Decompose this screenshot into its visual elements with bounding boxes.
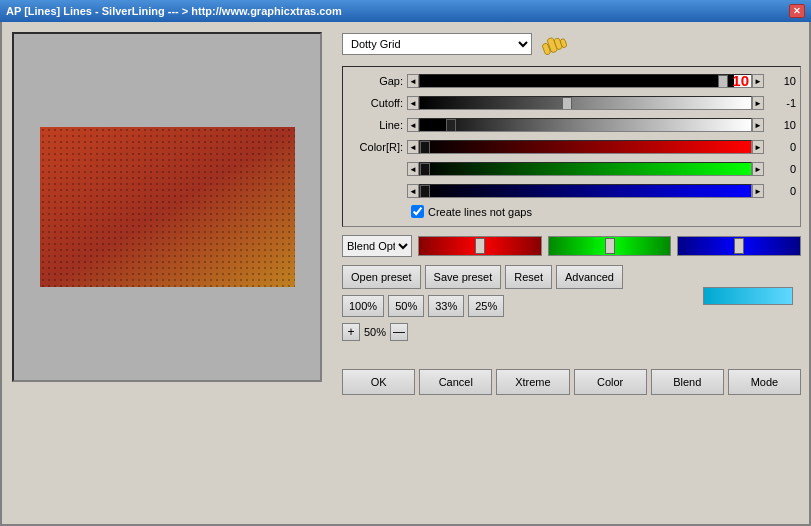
colorG-slider-track[interactable] — [419, 162, 752, 176]
gap-arrow-right[interactable]: ► — [752, 74, 764, 88]
colorR-value: 0 — [764, 141, 796, 153]
gap-row: Gap: ◄ 10 ► 10 — [347, 71, 796, 91]
create-lines-checkbox[interactable] — [411, 205, 424, 218]
colorR-slider-container — [419, 138, 752, 156]
blend-select[interactable]: Blend Opti Normal Multiply — [342, 235, 412, 257]
color-button[interactable]: Color — [574, 369, 647, 395]
blend-button[interactable]: Blend — [651, 369, 724, 395]
blend-blue-thumb[interactable] — [734, 238, 744, 254]
bottom-button-row: OK Cancel Xtreme Color Blend Mode — [342, 369, 801, 395]
blend-row: Blend Opti Normal Multiply — [342, 235, 801, 257]
colorB-value: 0 — [764, 185, 796, 197]
line-row: Line: ◄ ► 10 — [347, 115, 796, 135]
zoom-row: + 50% — — [342, 323, 801, 341]
preview-area — [12, 32, 322, 382]
colorR-arrow-left[interactable]: ◄ — [407, 140, 419, 154]
gap-slider-thumb[interactable] — [718, 75, 728, 88]
blend-green-slider[interactable] — [548, 236, 672, 256]
preset-row: Dotty Grid Default Custom — [342, 30, 801, 58]
line-value: 10 — [764, 119, 796, 131]
colorB-arrow-right[interactable]: ► — [752, 184, 764, 198]
color-preview-bar — [703, 287, 793, 305]
preset-select[interactable]: Dotty Grid Default Custom — [342, 33, 532, 55]
gap-slider-container: 10 — [419, 72, 752, 90]
title-text: AP [Lines] Lines - SilverLining --- > ht… — [6, 5, 342, 17]
gap-value-overlay: 10 — [732, 74, 749, 88]
line-arrow-left[interactable]: ◄ — [407, 118, 419, 132]
hand-icon — [536, 30, 568, 58]
line-label: Line: — [347, 119, 407, 131]
cutoff-arrow-right[interactable]: ► — [752, 96, 764, 110]
mode-button[interactable]: Mode — [728, 369, 801, 395]
percent-25-button[interactable]: 25% — [468, 295, 504, 317]
zoom-plus-button[interactable]: + — [342, 323, 360, 341]
open-preset-button[interactable]: Open preset — [342, 265, 421, 289]
zoom-minus-button[interactable]: — — [390, 323, 408, 341]
params-area: Gap: ◄ 10 ► 10 Cutoff: ◄ — [342, 66, 801, 227]
blend-red-thumb[interactable] — [475, 238, 485, 254]
line-slider-thumb[interactable] — [446, 119, 456, 132]
cutoff-label: Cutoff: — [347, 97, 407, 109]
cancel-button[interactable]: Cancel — [419, 369, 492, 395]
xtreme-button[interactable]: Xtreme — [496, 369, 569, 395]
blend-red-slider[interactable] — [418, 236, 542, 256]
preview-canvas — [40, 127, 295, 287]
close-button[interactable]: ✕ — [789, 4, 805, 18]
colorG-slider-container — [419, 160, 752, 178]
colorB-slider-container — [419, 182, 752, 200]
advanced-button[interactable]: Advanced — [556, 265, 623, 289]
cutoff-slider-thumb[interactable] — [562, 97, 572, 110]
line-slider-track[interactable] — [419, 118, 752, 132]
colorB-slider-thumb[interactable] — [420, 185, 430, 198]
colorB-slider-track[interactable] — [419, 184, 752, 198]
percent-100-button[interactable]: 100% — [342, 295, 384, 317]
preview-image — [40, 127, 295, 287]
right-panel: Dotty Grid Default Custom Gap: ◄ — [342, 30, 801, 401]
cutoff-arrow-left[interactable]: ◄ — [407, 96, 419, 110]
colorR-slider-track[interactable] — [419, 140, 752, 154]
cutoff-row: Cutoff: ◄ ► -1 — [347, 93, 796, 113]
checkbox-label: Create lines not gaps — [428, 206, 532, 218]
gap-label: Gap: — [347, 75, 407, 87]
percent-33-button[interactable]: 33% — [428, 295, 464, 317]
checkbox-row: Create lines not gaps — [411, 205, 796, 218]
colorR-label: Color[R]: — [347, 141, 407, 153]
gap-slider-track[interactable]: 10 — [419, 74, 752, 88]
cutoff-slider-track[interactable] — [419, 96, 752, 110]
percent-50-button[interactable]: 50% — [388, 295, 424, 317]
zoom-value: 50% — [364, 326, 386, 338]
main-window: Dotty Grid Default Custom Gap: ◄ — [0, 22, 811, 526]
colorR-arrow-right[interactable]: ► — [752, 140, 764, 154]
colorB-row: ◄ ► 0 — [347, 181, 796, 201]
line-arrow-right[interactable]: ► — [752, 118, 764, 132]
colorR-row: Color[R]: ◄ ► 0 — [347, 137, 796, 157]
colorB-arrow-left[interactable]: ◄ — [407, 184, 419, 198]
colorR-slider-thumb[interactable] — [420, 141, 430, 154]
title-bar: AP [Lines] Lines - SilverLining --- > ht… — [0, 0, 811, 22]
blend-green-thumb[interactable] — [605, 238, 615, 254]
preset-button-row: Open preset Save preset Reset Advanced — [342, 265, 801, 289]
blend-blue-slider[interactable] — [677, 236, 801, 256]
colorG-arrow-right[interactable]: ► — [752, 162, 764, 176]
colorG-row: ◄ ► 0 — [347, 159, 796, 179]
svg-rect-2 — [40, 127, 295, 287]
ok-button[interactable]: OK — [342, 369, 415, 395]
cutoff-value: -1 — [764, 97, 796, 109]
gap-value: 10 — [764, 75, 796, 87]
gap-arrow-left[interactable]: ◄ — [407, 74, 419, 88]
save-preset-button[interactable]: Save preset — [425, 265, 502, 289]
reset-button[interactable]: Reset — [505, 265, 552, 289]
colorG-slider-thumb[interactable] — [420, 163, 430, 176]
cutoff-slider-container — [419, 94, 752, 112]
colorG-arrow-left[interactable]: ◄ — [407, 162, 419, 176]
line-slider-container — [419, 116, 752, 134]
colorG-value: 0 — [764, 163, 796, 175]
